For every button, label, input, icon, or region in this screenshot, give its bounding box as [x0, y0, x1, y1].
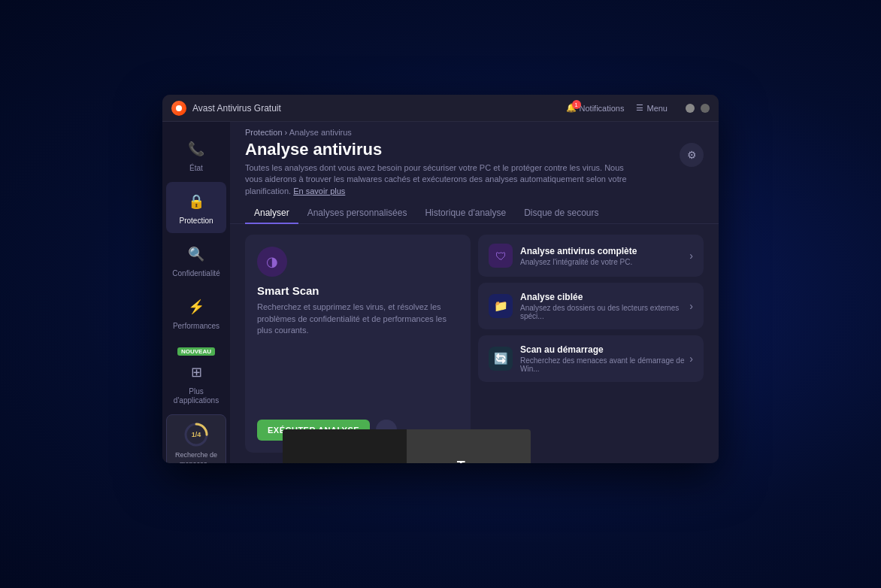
- settings-button[interactable]: ⚙: [680, 143, 704, 167]
- scan-option-text-complete: Analyse antivirus complète Analysez l'in…: [520, 246, 689, 266]
- arrow-icon-complete: ›: [689, 250, 693, 262]
- menu-label: Menu: [646, 104, 668, 113]
- tabs-bar: Analyser Analyses personnalisées Histori…: [230, 203, 719, 224]
- plus-icon: ⊞: [184, 360, 208, 384]
- sidebar: 📞 État 🔒 Protection 🔍 Confidentialité ⚡ …: [162, 122, 230, 463]
- tab-personnalisees[interactable]: Analyses personnalisées: [298, 203, 416, 224]
- av-letters: AV: [319, 461, 370, 464]
- main-content: Protection › Analyse antivirus Analyse a…: [230, 122, 719, 463]
- page-header-left: Analyse antivirus Toutes les analyses do…: [245, 140, 636, 197]
- scan-ciblee-desc: Analysez des dossiers ou des lecteurs ex…: [520, 304, 689, 320]
- av-letters-area: AV: [283, 429, 407, 463]
- gear-icon: ⚙: [687, 149, 697, 161]
- tab-disque[interactable]: Disque de secours: [515, 203, 607, 224]
- smart-scan-title: Smart Scan: [257, 284, 459, 297]
- sidebar-item-plus[interactable]: NOUVEAU ⊞ Plus d'applications: [166, 340, 226, 413]
- page-header: Analyse antivirus Toutes les analyses do…: [230, 137, 719, 203]
- titlebar-actions: 🔔 1 Notifications ☰ Menu — ✕: [566, 103, 710, 113]
- scan-option-text-ciblee: Analyse ciblée Analysez des dossiers ou …: [520, 292, 689, 320]
- scan-demarrage-desc: Recherchez des menaces avant le démarrag…: [520, 356, 689, 373]
- scan-option-text-demarrage: Scan au démarrage Recherchez des menaces…: [520, 344, 689, 373]
- threat-section: 1/4 Recherche de menaces... ACCÉDER: [166, 414, 226, 463]
- scan-complete-desc: Analysez l'intégralité de votre PC.: [520, 258, 689, 266]
- scan-demarrage-title: Scan au démarrage: [520, 344, 689, 355]
- page-title: Analyse antivirus: [245, 140, 636, 159]
- scan-options-list: 🛡 Analyse antivirus complète Analysez l'…: [478, 235, 704, 453]
- scan-option-ciblee[interactable]: 📁 Analyse ciblée Analysez des dossiers o…: [478, 283, 704, 329]
- badges-overlay: AV comparatives 🌿 Top Rated 🌿 2024: [283, 429, 531, 463]
- content-area: ◑ Smart Scan Recherchez et supprimez les…: [230, 224, 719, 463]
- sidebar-label-performances: Performances: [173, 322, 219, 331]
- page-description: Toutes les analyses dont vous avez besoi…: [245, 162, 636, 197]
- svg-point-0: [176, 105, 182, 111]
- app-title: Avast Antivirus Gratuit: [192, 103, 566, 114]
- performances-icon: ⚡: [184, 295, 208, 319]
- arrow-icon-ciblee: ›: [689, 300, 693, 312]
- scan-ciblee-title: Analyse ciblée: [520, 292, 689, 302]
- av-comparatives-badge: AV comparatives: [283, 429, 407, 463]
- etat-icon: 📞: [184, 137, 208, 161]
- minimize-button[interactable]: —: [686, 104, 695, 113]
- app-body: 📞 État 🔒 Protection 🔍 Confidentialité ⚡ …: [162, 122, 719, 463]
- threat-progress: 1/4: [173, 421, 219, 448]
- sidebar-label-etat: État: [189, 164, 203, 173]
- sidebar-item-etat[interactable]: 📞 État: [166, 129, 226, 180]
- scan-demarrage-icon: 🔄: [489, 347, 513, 371]
- scan-complete-title: Analyse antivirus complète: [520, 246, 689, 256]
- notifications-button[interactable]: 🔔 1 Notifications: [566, 103, 625, 113]
- breadcrumb: Protection › Analyse antivirus: [230, 122, 719, 137]
- protection-icon: 🔒: [184, 189, 208, 214]
- sidebar-label-protection: Protection: [179, 217, 213, 226]
- notification-badge: 1: [572, 100, 581, 109]
- scan-complete-icon: 🛡: [489, 244, 513, 268]
- sidebar-label-plus: Plus d'applications: [169, 387, 223, 405]
- scan-option-complete[interactable]: 🛡 Analyse antivirus complète Analysez l'…: [478, 235, 704, 277]
- close-button[interactable]: ✕: [701, 104, 710, 113]
- sidebar-item-protection[interactable]: 🔒 Protection: [166, 182, 226, 233]
- sidebar-item-performances[interactable]: ⚡ Performances: [166, 287, 226, 338]
- tab-historique[interactable]: Historique d'analyse: [416, 203, 515, 224]
- sidebar-label-confidentialite: Confidentialité: [172, 269, 219, 278]
- smart-scan-icon: ◑: [257, 247, 287, 277]
- titlebar: Avast Antivirus Gratuit 🔔 1 Notification…: [162, 95, 719, 122]
- confidentialite-icon: 🔍: [184, 242, 208, 266]
- progress-text: 1/4: [192, 431, 201, 438]
- main-window: Avast Antivirus Gratuit 🔔 1 Notification…: [162, 95, 719, 463]
- scan-option-demarrage[interactable]: 🔄 Scan au démarrage Recherchez des menac…: [478, 335, 704, 382]
- progress-ring: 1/4: [183, 421, 210, 448]
- menu-icon: ☰: [636, 103, 643, 113]
- breadcrumb-current: Analyse antivirus: [289, 128, 352, 137]
- window-controls: — ✕: [686, 104, 710, 113]
- menu-button[interactable]: ☰ Menu: [636, 103, 668, 113]
- laurel-wrapper: 🌿 Top Rated 🌿: [428, 459, 509, 463]
- threat-card[interactable]: 1/4 Recherche de menaces... ACCÉDER: [166, 414, 226, 463]
- tab-analyser[interactable]: Analyser: [245, 203, 298, 224]
- top-rated-badge: 🌿 Top Rated 🌿 2024: [407, 429, 531, 463]
- scan-ciblee-icon: 📁: [489, 294, 513, 318]
- arrow-icon-demarrage: ›: [689, 353, 693, 365]
- top-rated-text: Top Rated: [450, 459, 487, 463]
- smart-scan-card: ◑ Smart Scan Recherchez et supprimez les…: [245, 235, 471, 453]
- nouveau-badge: NOUVEAU: [177, 347, 215, 356]
- notifications-label: Notifications: [580, 104, 625, 113]
- app-logo: [171, 101, 186, 116]
- sidebar-item-confidentialite[interactable]: 🔍 Confidentialité: [166, 235, 226, 286]
- smart-scan-description: Recherchez et supprimez les virus, et ré…: [257, 302, 459, 411]
- learn-more-link[interactable]: En savoir plus: [293, 186, 345, 195]
- threat-label: Recherche de menaces...: [173, 451, 219, 463]
- breadcrumb-parent[interactable]: Protection: [245, 128, 283, 137]
